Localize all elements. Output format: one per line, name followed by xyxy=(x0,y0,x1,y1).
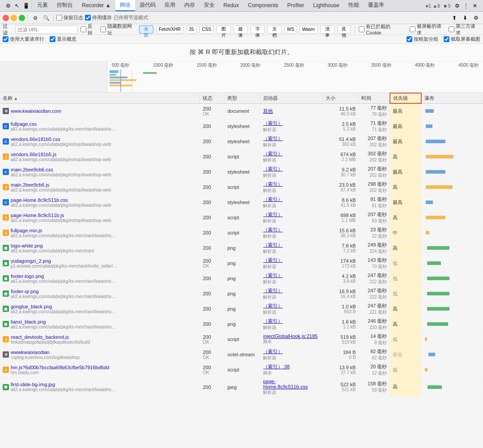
third-party-input[interactable] xyxy=(449,26,454,32)
network-table-container[interactable]: 名称 ▲ 状态 类型 启动器 大小 时间 优先级 瀑布 ⚙ www.kwaixi… xyxy=(0,93,483,397)
initiator-source[interactable]: page-Home.8c9c511b.css xyxy=(263,379,320,389)
export-icon[interactable]: ⬇ xyxy=(461,13,470,22)
filter-js[interactable]: JS xyxy=(186,26,197,34)
tab-recorder[interactable]: Recorder ▲ xyxy=(77,1,115,11)
table-row[interactable]: ▣ first-slide-bg-img.jpg ali2.a.kwimgs.c… xyxy=(0,377,483,397)
initiator-cell[interactable]: （索引）解析器 xyxy=(260,256,323,271)
initiator-cell[interactable]: （索引）解析器 xyxy=(260,240,323,256)
table-row[interactable]: C main.2bee9cb6.css ali2.a.kwimgs.com/ud… xyxy=(0,164,483,179)
filter-xhr[interactable]: Fetch/XHR xyxy=(156,26,183,34)
tab-elements[interactable]: 元素 xyxy=(33,0,52,11)
capture-screenshot-input[interactable] xyxy=(444,36,449,42)
blocked-cookies-input[interactable] xyxy=(359,26,364,32)
resource-name-cell[interactable]: ▣ footer-logo.png ali2.a.kwimgs.com/udat… xyxy=(0,271,200,286)
more-button[interactable]: ⋮ xyxy=(462,1,470,10)
initiator-source[interactable]: （索引） xyxy=(263,242,320,248)
table-row[interactable]: J vendors.66e181b5.js ali2.a.kwimgs.com/… xyxy=(0,149,483,164)
record-button[interactable] xyxy=(3,15,9,21)
show-overview-checkbox[interactable]: 显示概览 xyxy=(50,36,76,43)
initiator-source[interactable]: （索引） xyxy=(263,211,320,218)
disable-cache-input[interactable] xyxy=(85,15,91,21)
third-party-checkbox[interactable]: 第三方请求 xyxy=(449,23,480,36)
initiator-cell[interactable]: （索引）解析器 xyxy=(260,164,323,179)
preserve-log-checkbox[interactable]: 保留日志 xyxy=(56,14,83,21)
group-by-frame-input[interactable] xyxy=(407,36,412,42)
resource-name-cell[interactable]: ▣ logo-white.png ali2.a.kwimgs.com/udata… xyxy=(0,240,200,256)
blocked-cookies-checkbox[interactable]: 有已拦截的 Cookie xyxy=(359,23,407,35)
filter-input[interactable] xyxy=(15,26,78,34)
initiator-cell[interactable]: injectGlobalHook.js:2185脚本 xyxy=(260,332,323,347)
table-row[interactable]: J react_devtools_backend.js fmkadmapgofa… xyxy=(0,332,483,347)
initiator-cell[interactable]: （索引）解析器 xyxy=(260,149,323,164)
clear-button[interactable] xyxy=(19,15,25,21)
large-rows-checkbox[interactable]: 使用大量请求行 xyxy=(3,36,44,43)
tab-components[interactable]: Components xyxy=(243,1,283,11)
resource-name-cell[interactable]: C page-Home.8c9c511b.css ali2.a.kwimgs.c… xyxy=(0,195,200,210)
filter-wasm[interactable]: Wasm xyxy=(300,26,318,34)
initiator-cell[interactable]: （索引）解析器 xyxy=(260,210,323,225)
col-header-name[interactable]: 名称 ▲ xyxy=(0,93,200,103)
col-header-initiator[interactable]: 启动器 xyxy=(260,93,323,103)
resource-name-cell[interactable]: ▣ second-bg-3.png ali2.a.kwimgs.com/udat… xyxy=(0,397,200,397)
tab-performance[interactable]: 性能 xyxy=(344,0,364,11)
table-row[interactable]: ▣ yudagongzi_2.png p1.eckwai.com/udata/p… xyxy=(0,256,483,271)
initiator-source[interactable]: （索引） xyxy=(263,226,320,233)
resource-name-cell[interactable]: J react_devtools_backend.js fmkadmapgofa… xyxy=(0,332,200,347)
table-row[interactable]: C vendors.66e181b5.css ali2.a.kwimgs.com… xyxy=(0,134,483,149)
resource-name-cell[interactable]: C fullpage.css ali2.a.kwimgs.com/udata/p… xyxy=(0,119,200,134)
initiator-source[interactable]: （索引） xyxy=(263,166,320,172)
group-by-frame-checkbox[interactable]: 按框架分组 xyxy=(407,36,438,43)
invert-checkbox[interactable]: 反转 xyxy=(80,23,97,36)
initiator-source[interactable]: （索引） xyxy=(263,272,320,279)
table-row[interactable]: J fullpage.min.js ali2.a.kwimgs.com/udat… xyxy=(0,225,483,240)
show-overview-input[interactable] xyxy=(50,36,55,42)
disable-cache-checkbox[interactable]: 停用缓存 xyxy=(85,14,112,21)
filter-css[interactable]: CSS xyxy=(199,26,214,34)
initiator-source[interactable]: （索引） xyxy=(263,181,320,188)
resource-name-cell[interactable]: ▣ first-slide-bg-img.jpg ali2.a.kwimgs.c… xyxy=(0,377,200,397)
initiator-cell[interactable]: （索引）解析器 xyxy=(260,347,323,362)
initiator-source[interactable]: （索引） xyxy=(263,120,320,127)
tab-lighthouse[interactable]: Lighthouse xyxy=(309,1,344,11)
table-row[interactable]: ▣ second-bg-3.png ali2.a.kwimgs.com/udat… xyxy=(0,397,483,397)
initiator-cell[interactable]: （索引）解析器 xyxy=(260,286,323,301)
initiator-source[interactable]: （索引） xyxy=(263,196,320,203)
initiator-cell[interactable]: （索引）解析器 xyxy=(260,316,323,332)
resource-name-cell[interactable]: ⚙ www.kwaixiaodian.com xyxy=(0,103,200,119)
import-icon[interactable]: ⬆ xyxy=(450,13,459,22)
tab-console[interactable]: 控制台 xyxy=(52,0,77,11)
blocked-requests-input[interactable] xyxy=(410,26,415,32)
invert-input[interactable] xyxy=(80,26,86,32)
resource-name-cell[interactable]: J page-Home.8c9c511b.js ali2.a.kwimgs.co… xyxy=(0,210,200,225)
resource-name-cell[interactable]: ▣ footer-qr.png ali2.a.kwimgs.com/udata/… xyxy=(0,286,200,301)
resource-name-cell[interactable]: C vendors.66e181b5.css ali2.a.kwimgs.com… xyxy=(0,134,200,149)
search-icon[interactable]: 🔍 xyxy=(42,13,51,22)
tab-sources[interactable]: 源代码 xyxy=(135,0,160,11)
tab-redux[interactable]: Redux xyxy=(219,1,244,11)
filter-doc[interactable]: 文档 xyxy=(267,26,282,34)
initiator-cell[interactable]: （索引）解析器 xyxy=(260,301,323,316)
table-row[interactable]: J hm.js?6d00b7bccfaa69b63cfbe5b7916bd6dd… xyxy=(0,362,483,377)
table-row[interactable]: C page-Home.8c9c511b.css ali2.a.kwimgs.c… xyxy=(0,195,483,210)
initiator-source[interactable]: （索引） xyxy=(263,318,320,324)
tab-security[interactable]: 安全 xyxy=(199,0,219,11)
tab-memory[interactable]: 内存 xyxy=(180,0,199,11)
filter-manifest[interactable]: 清单 xyxy=(320,26,335,34)
filter-font[interactable]: 字体 xyxy=(250,26,265,34)
blocked-requests-checkbox[interactable]: 被屏蔽的请求 xyxy=(410,23,446,36)
filter-all[interactable]: 全部 xyxy=(139,26,153,34)
table-row[interactable]: J page-Home.8c9c511b.js ali2.a.kwimgs.co… xyxy=(0,210,483,225)
inspect-icon[interactable]: ↖ xyxy=(13,1,21,10)
settings-button[interactable]: ⚙ xyxy=(453,1,462,10)
devtools-icon[interactable]: ⚙ xyxy=(4,1,13,10)
col-header-waterfall[interactable]: 瀑布 xyxy=(421,93,483,103)
table-row[interactable]: ▣ footer-qr.png ali2.a.kwimgs.com/udata/… xyxy=(0,286,483,301)
table-row[interactable]: ▣ gonglue_black.png ali2.a.kwimgs.com/ud… xyxy=(0,301,483,316)
tab-network[interactable]: 网络 xyxy=(115,0,135,11)
tab-coverage[interactable]: 覆盖率 xyxy=(364,0,389,11)
filter-icon[interactable]: ⊘ xyxy=(31,13,40,22)
resource-name-cell[interactable]: J main.2bee9cb6.js ali2.a.kwimgs.com/uda… xyxy=(0,179,200,195)
tab-profiler[interactable]: Profiler xyxy=(283,1,309,11)
initiator-source[interactable]: （索引） xyxy=(263,257,320,264)
resource-name-cell[interactable]: J fullpage.min.js ali2.a.kwimgs.com/udat… xyxy=(0,225,200,240)
